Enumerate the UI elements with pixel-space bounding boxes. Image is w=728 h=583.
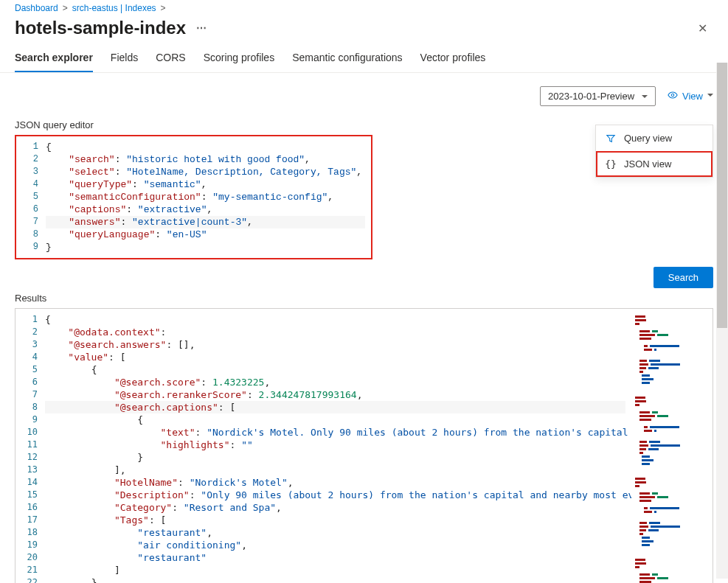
breadcrumb-resource[interactable]: srch-eastus | Indexes (72, 3, 156, 13)
minimap[interactable] (631, 309, 713, 583)
scrollbar-thumb[interactable] (717, 63, 727, 328)
results-label: Results (15, 293, 713, 304)
content-area: 2023-10-01-Preview View Query view {} JS… (0, 73, 728, 583)
tab-fields[interactable]: Fields (111, 46, 138, 72)
breadcrumb-sep-icon: > (63, 3, 68, 13)
filter-icon (605, 133, 617, 144)
results-box: 12345678910111213141516171819202122 { "@… (15, 308, 713, 583)
view-button[interactable]: View (663, 86, 713, 106)
tab-vector-profiles[interactable]: Vector profiles (420, 46, 486, 72)
json-query-editor[interactable]: 123456789 { "search": "historic hotel wi… (16, 136, 371, 258)
close-icon: ✕ (698, 22, 707, 35)
svg-point-0 (671, 94, 674, 97)
query-line-numbers: 123456789 (16, 136, 46, 258)
breadcrumb: Dashboard > srch-eastus | Indexes > (0, 0, 728, 13)
tab-cors[interactable]: CORS (156, 46, 185, 72)
tab-bar: Search explorer Fields CORS Scoring prof… (0, 46, 728, 73)
results-line-numbers: 12345678910111213141516171819202122 (15, 309, 45, 583)
close-button[interactable]: ✕ (692, 18, 713, 38)
view-item-query[interactable]: Query view (596, 125, 713, 151)
more-actions-icon[interactable]: ⋯ (196, 22, 207, 34)
view-item-json-label: JSON view (624, 158, 671, 170)
tab-search-explorer[interactable]: Search explorer (15, 46, 93, 72)
results-code-lines[interactable]: { "@odata.context": "@search.answers": [… (45, 309, 631, 583)
tab-semantic-configurations[interactable]: Semantic configurations (292, 46, 402, 72)
json-query-editor-highlight: 123456789 { "search": "historic hotel wi… (15, 135, 372, 259)
page-title-row: hotels-sample-index ⋯ (15, 18, 207, 38)
api-version-value: 2023-10-01-Preview (548, 91, 634, 102)
scrollbar[interactable] (716, 63, 728, 579)
toolbar: 2023-10-01-Preview View (15, 73, 713, 115)
view-dropdown: Query view {} JSON view (595, 125, 713, 178)
view-button-label: View (682, 91, 703, 102)
tab-scoring-profiles[interactable]: Scoring profiles (204, 46, 275, 72)
search-bar: Search (15, 267, 713, 288)
view-item-query-label: Query view (624, 133, 672, 144)
view-item-json[interactable]: {} JSON view (596, 151, 713, 177)
breadcrumb-dashboard[interactable]: Dashboard (15, 3, 58, 13)
results-editor[interactable]: 12345678910111213141516171819202122 { "@… (15, 309, 631, 583)
braces-icon: {} (605, 158, 617, 170)
breadcrumb-sep-icon: > (161, 3, 166, 13)
page-header: hotels-sample-index ⋯ ✕ (0, 13, 728, 46)
eye-icon (668, 90, 678, 102)
query-code-lines[interactable]: { "search": "historic hotel with good fo… (46, 136, 371, 258)
page-title: hotels-sample-index (15, 18, 186, 38)
api-version-select[interactable]: 2023-10-01-Preview (540, 86, 656, 106)
search-button[interactable]: Search (654, 267, 713, 288)
